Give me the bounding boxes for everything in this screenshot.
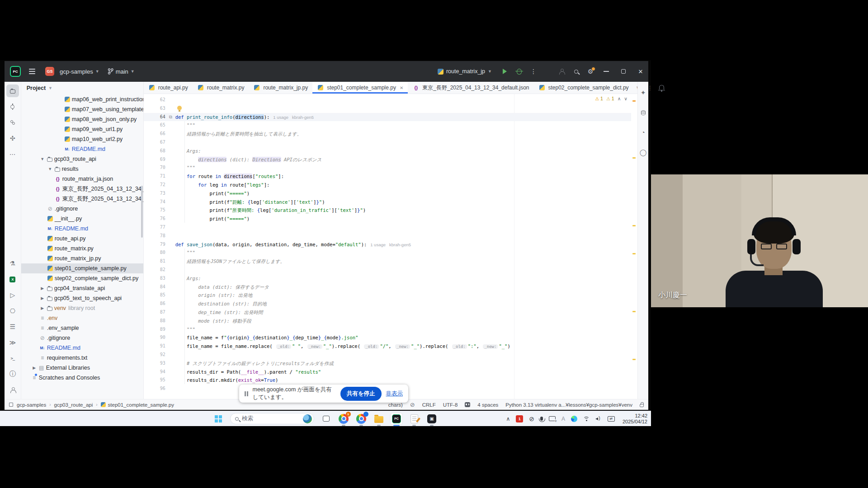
editor-tab[interactable]: route_matrix_jp.py <box>249 82 312 94</box>
editor-tab[interactable]: route_matrix.py <box>193 82 249 94</box>
breadcrumb-file[interactable]: step01_complete_sample.py <box>108 402 174 408</box>
microphone-icon[interactable] <box>540 417 543 421</box>
stripe-warning-mark[interactable] <box>632 157 636 159</box>
prev-problem-icon[interactable]: ∧ <box>618 96 621 101</box>
tree-item[interactable]: ▶venvlibrary root <box>21 303 143 313</box>
user-icon[interactable] <box>6 384 19 396</box>
stripe-warning-mark[interactable] <box>632 225 636 226</box>
python-console-icon[interactable]: ≫ <box>6 336 19 349</box>
tree-item[interactable]: __init__.py <box>21 214 143 224</box>
hidden-eye-icon[interactable]: ⊘ <box>529 415 534 422</box>
tree-item[interactable]: M↓README.md <box>21 224 143 234</box>
task-view-button[interactable] <box>320 413 332 425</box>
tree-item[interactable]: ▶gcp04_translate_api <box>21 283 143 293</box>
pull-requests-icon[interactable] <box>6 116 19 129</box>
tree-item[interactable]: {}東京_長野_2025_04_13_12_34_default.js <box>21 184 143 194</box>
stripe-warning-mark[interactable] <box>632 359 636 360</box>
run-icon[interactable]: ▷ <box>6 289 19 301</box>
tree-item[interactable]: ≡.env_sample <box>21 323 143 333</box>
tree-item[interactable]: ≡requirements.txt <box>21 353 143 363</box>
tree-item[interactable]: M↓README.md <box>21 144 143 154</box>
stop-sharing-button[interactable]: 共有を停止 <box>340 387 382 401</box>
no-highlight-icon[interactable]: ⊘ <box>410 401 415 408</box>
tree-item[interactable]: {}route_matrix_ja.json <box>21 174 143 184</box>
volume-icon[interactable] <box>595 416 602 422</box>
close-tab-icon[interactable]: ✕ <box>400 85 403 90</box>
editor-tab[interactable]: {}東京_長野_2025_04_13_12_34_default.json <box>408 82 533 94</box>
cast-screen-icon[interactable] <box>549 416 556 421</box>
line-ending-widget[interactable]: CRLF <box>422 402 436 408</box>
editor-tab[interactable]: route_api.py <box>144 82 193 94</box>
editor-tab[interactable]: step01_complete_sample.py✕ <box>312 82 408 94</box>
hide-popup-link[interactable]: 非表示 <box>386 390 403 398</box>
intention-bulb-icon[interactable] <box>177 106 182 110</box>
tree-item[interactable]: ▼gcp03_route_api <box>21 154 143 164</box>
tree-item[interactable]: ▼results <box>21 164 143 174</box>
excel-plugin-icon[interactable]: X <box>6 273 19 286</box>
breadcrumb-project[interactable]: gcp-samples <box>17 402 46 408</box>
lock-icon[interactable] <box>640 404 644 407</box>
minimize-button[interactable] <box>599 65 614 78</box>
encoding-widget[interactable]: UTF-8 <box>443 402 458 408</box>
chrome-profile2-button[interactable] <box>355 413 367 425</box>
next-problem-icon[interactable]: ∨ <box>624 96 627 101</box>
more-tool-windows-icon[interactable]: ⋯ <box>6 148 19 160</box>
donut-tool-icon[interactable]: ◔ <box>637 126 650 139</box>
tree-item[interactable]: {}東京_長野_2025_04_13_12_34_walking.j <box>21 194 143 204</box>
file-explorer-button[interactable] <box>373 413 385 425</box>
gutter-usage-icon[interactable]: ⧉ <box>169 113 172 122</box>
tree-item[interactable]: step01_complete_sample.py <box>21 263 143 273</box>
tray-expand-icon[interactable]: ∧ <box>506 416 510 422</box>
copilot-icon[interactable] <box>465 402 470 407</box>
tree-item[interactable]: ≡Scratches and Consoles <box>21 373 143 383</box>
tree-item[interactable]: route_matrix.py <box>21 244 143 253</box>
indent-widget[interactable]: 4 spaces <box>477 402 498 408</box>
code-with-me-button[interactable] <box>555 66 568 77</box>
notepad-button[interactable] <box>408 413 420 425</box>
tree-item[interactable]: map09_web_url1.py <box>21 124 143 134</box>
tree-item[interactable]: ▶▤External Libraries <box>21 363 143 373</box>
terminal-icon[interactable]: >_ <box>6 352 19 365</box>
tree-item[interactable]: ⊘.gitignore <box>21 204 143 214</box>
stripe-warning-mark[interactable] <box>632 311 636 312</box>
tree-item[interactable]: step02_complete_sample_dict.py <box>21 273 143 283</box>
close-button[interactable]: ✕ <box>633 65 648 78</box>
taskbar-search-box[interactable]: 検索 <box>230 413 314 424</box>
start-button[interactable] <box>212 413 224 425</box>
meet-date-badge[interactable]: 1 <box>516 415 523 422</box>
ai-assistant-icon[interactable]: ✦ <box>637 86 650 99</box>
chrome-profile1-button[interactable]: k <box>338 413 349 425</box>
search-everywhere-button[interactable] <box>570 66 582 77</box>
ime-language-icon[interactable]: ⇄ <box>608 416 615 422</box>
tree-item[interactable]: map07_web_using_template.py <box>21 104 143 114</box>
pen-input-icon[interactable]: A <box>561 416 565 422</box>
search-highlight-image[interactable] <box>303 414 312 423</box>
taskbar-clock[interactable]: 12:42 2025/04/12 <box>623 413 647 425</box>
commit-icon[interactable] <box>6 100 19 113</box>
pycharm-taskbar-button[interactable]: PC <box>391 413 402 425</box>
maximize-button[interactable] <box>616 65 631 78</box>
inspections-widget[interactable]: ⚠ 1 ⚠ 1 ∧ ∨ <box>595 96 627 101</box>
tree-item[interactable]: map10_web_url2.py <box>21 134 143 144</box>
tree-item[interactable]: ▶gcp05_text_to_speech_api <box>21 293 143 303</box>
code-editor[interactable]: 626364⧉def print_route_info(directions):… <box>144 94 637 399</box>
tree-item[interactable]: route_api.py <box>21 234 143 244</box>
run-configuration-selector[interactable]: route_matrix_jp ▼ <box>438 68 492 75</box>
ring-tool-icon[interactable]: ◯ <box>637 146 650 159</box>
edge-browser-icon[interactable] <box>571 416 577 422</box>
vcs-branch-selector[interactable]: main ▼ <box>108 68 135 75</box>
breadcrumb-folder[interactable]: gcp03_route_api <box>54 402 93 408</box>
run-button[interactable] <box>498 66 511 77</box>
database-icon[interactable] <box>637 106 650 119</box>
debug-button[interactable] <box>513 66 525 77</box>
structure-icon[interactable]: ✣ <box>6 132 19 145</box>
project-selector[interactable]: GS gcp-samples ▼ <box>45 67 99 76</box>
tree-item[interactable]: map08_web_json_only.py <box>21 114 143 124</box>
editor-tab[interactable]: step02_complete_sample_dict.py <box>534 82 633 94</box>
main-menu-icon[interactable] <box>25 65 39 78</box>
dark-app-button[interactable]: ▣ <box>426 413 438 425</box>
project-panel-header[interactable]: Project ▼ <box>21 82 143 94</box>
stripe-warning-mark[interactable] <box>632 100 636 102</box>
tree-item[interactable]: ≡.env <box>21 313 143 323</box>
tree-item[interactable]: route_matrix_jp.py <box>21 253 143 263</box>
